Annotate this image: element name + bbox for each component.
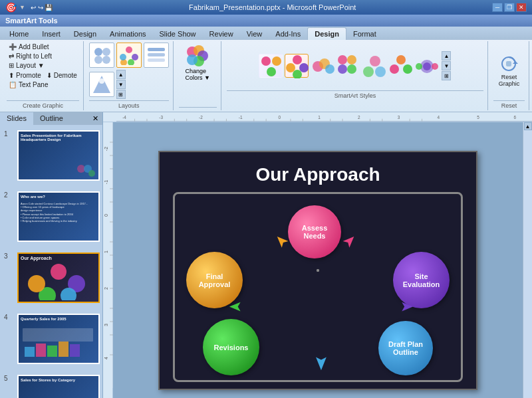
vertical-scrollbar[interactable]: ▲ ▼ (523, 122, 532, 398)
layout-thumb-1[interactable] (89, 43, 114, 68)
slides-tabs: Slides Outline ✕ (0, 112, 102, 125)
group-layouts: ▲ ▼ ⊞ Layouts (85, 41, 174, 110)
svg-point-53 (28, 275, 45, 292)
svg-text:2: 2 (104, 287, 108, 290)
svg-point-23 (299, 63, 309, 72)
svg-rect-58 (59, 342, 68, 357)
svg-point-5 (132, 54, 138, 60)
style-item-2[interactable] (285, 54, 309, 78)
slide-thumb-5[interactable]: Sales for Stores by Category (17, 375, 100, 398)
layouts-scroll-up[interactable]: ▲ (116, 70, 126, 79)
svg-text:0: 0 (104, 214, 108, 217)
slide-thumb-container-4: 4 Quarterly Sales for 2005 (0, 308, 102, 369)
demote-button[interactable]: ⬇ Demote (45, 71, 79, 80)
layouts-expand[interactable]: ⊞ (116, 90, 126, 99)
slide-thumb-4[interactable]: Quarterly Sales for 2005 (17, 314, 100, 364)
style-item-3[interactable] (311, 54, 334, 78)
group-reset: ResetGraphic Reset (489, 41, 529, 110)
change-colors-button[interactable]: ChangeColors ▼ (182, 43, 214, 82)
style-item-7[interactable] (414, 54, 438, 78)
panel-close-button[interactable]: ✕ (88, 112, 102, 125)
svg-rect-57 (47, 346, 57, 357)
svg-point-2 (94, 56, 102, 64)
tab-design-smartart[interactable]: Design (307, 27, 346, 40)
svg-point-20 (272, 56, 281, 66)
svg-point-37 (403, 64, 412, 74)
slide-main[interactable]: Our Approach AssessNeeds SiteEvaluation (158, 151, 477, 390)
layout-button[interactable]: ⊞ Layout ▼ (7, 61, 47, 70)
svg-point-4 (126, 47, 132, 53)
tab-outline[interactable]: Outline (33, 112, 70, 125)
styles-scroll-down[interactable]: ▼ (442, 61, 451, 70)
svg-rect-45 (506, 61, 511, 66)
svg-text:-3: -3 (159, 115, 163, 120)
svg-point-32 (347, 64, 356, 74)
node-revisions[interactable]: Revisions (203, 319, 259, 375)
layout-icon: ⊞ (9, 62, 14, 69)
tab-animations[interactable]: Animations (103, 28, 152, 40)
svg-text:-1: -1 (104, 180, 108, 184)
group-change-colors: ChangeColors ▼ (175, 41, 221, 110)
tab-insert[interactable]: Insert (35, 28, 67, 40)
smartart-tools-bar: SmartArt Tools (0, 15, 532, 27)
svg-point-29 (338, 55, 347, 64)
node-draft-plan[interactable]: Draft PlanOutline (378, 321, 433, 375)
slide-thumb-3[interactable]: Our Approach (17, 252, 100, 303)
svg-text:-1: -1 (239, 115, 243, 120)
style-item-5[interactable] (362, 54, 386, 78)
diagram-area: AssessNeeds SiteEvaluation Draft PlanOut… (173, 192, 463, 382)
node-site-evaluation[interactable]: SiteEvaluation (393, 252, 450, 308)
minimize-button[interactable]: ─ (492, 3, 503, 12)
style-item-6[interactable] (388, 54, 412, 78)
slide-viewport[interactable]: Our Approach AssessNeeds SiteEvaluation (113, 122, 523, 398)
add-bullet-button[interactable]: ➕ Add Bullet (7, 43, 51, 51)
svg-rect-11 (148, 58, 165, 62)
svg-rect-10 (148, 53, 165, 56)
reset-graphic-button[interactable]: ResetGraphic (496, 53, 523, 88)
slide-thumb-2[interactable]: Who are we? Aaron Cole started Contoso L… (17, 191, 100, 242)
window-controls[interactable]: ─ ❐ ✕ (492, 3, 527, 12)
tab-review[interactable]: Review (203, 28, 240, 40)
tab-view[interactable]: View (240, 28, 269, 40)
styles-scroll-up[interactable]: ▲ (442, 51, 451, 60)
svg-text:-4: -4 (122, 115, 126, 120)
close-button[interactable]: ✕ (516, 3, 527, 12)
group-smartart-styles: ▲ ▼ ⊞ SmartArt Styles (223, 41, 488, 110)
promote-button[interactable]: ⬆ Promote (7, 71, 43, 80)
restore-button[interactable]: ❐ (504, 3, 515, 12)
right-to-left-button[interactable]: ⇄ Right to Left (7, 52, 54, 60)
ribbon-content: ➕ Add Bullet ⇄ Right to Left ⊞ Layout ▼ … (0, 40, 532, 112)
node-final-approval[interactable]: FinalApproval (186, 252, 243, 308)
layout-thumb-3[interactable] (144, 43, 169, 68)
slide-num-4: 4 (4, 314, 8, 321)
layout-thumb-4[interactable] (89, 72, 114, 97)
tab-slides[interactable]: Slides (0, 112, 33, 125)
tab-design[interactable]: Design (67, 28, 103, 40)
svg-point-1 (102, 48, 110, 56)
node-assess-needs[interactable]: AssessNeeds (288, 205, 341, 258)
style-item-1[interactable] (259, 54, 283, 78)
style-item-4[interactable] (336, 54, 360, 78)
tab-slideshow[interactable]: Slide Show (153, 28, 203, 40)
svg-point-49 (51, 264, 66, 280)
change-colors-icon (186, 44, 209, 68)
group-reset-label: Reset (493, 100, 525, 109)
svg-point-19 (261, 56, 271, 66)
layout-thumb-2[interactable] (116, 43, 142, 68)
svg-point-3 (102, 56, 110, 64)
text-pane-button[interactable]: 📋 Text Pane (7, 80, 50, 89)
tab-home[interactable]: Home (3, 28, 35, 40)
slide-thumb-1[interactable]: Sales Presentation for FabrikamHeadquart… (17, 130, 100, 181)
change-colors-label: ChangeColors ▼ (186, 68, 210, 81)
svg-point-33 (370, 56, 380, 66)
styles-expand[interactable]: ⊞ (442, 71, 451, 80)
tab-format[interactable]: Format (346, 28, 383, 40)
svg-text:3: 3 (398, 115, 400, 120)
svg-point-22 (293, 55, 302, 64)
scroll-up-button[interactable]: ▲ (524, 122, 532, 130)
slide-num-3: 3 (4, 252, 8, 260)
layouts-scroll-down[interactable]: ▼ (116, 80, 126, 89)
svg-point-13 (99, 78, 104, 84)
tab-addins[interactable]: Add-Ins (269, 28, 307, 40)
group-create-graphic-label: Create Graphic (7, 100, 79, 109)
